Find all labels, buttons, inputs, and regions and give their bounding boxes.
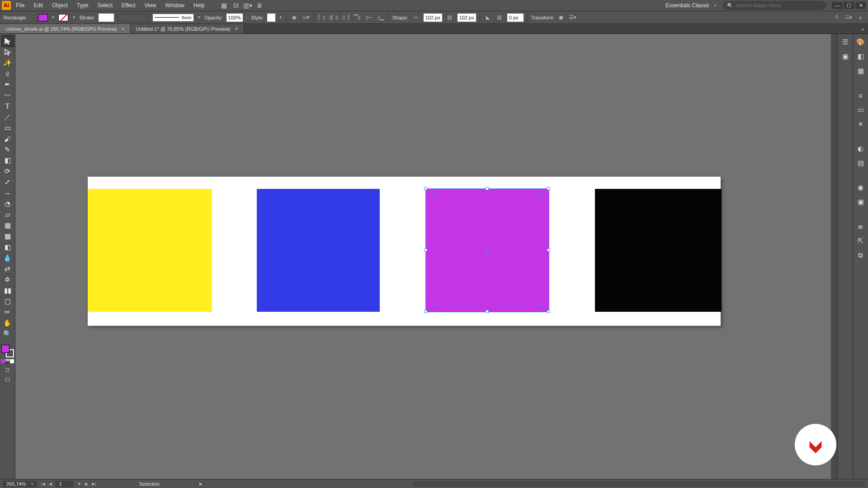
menu-select[interactable]: Select bbox=[94, 0, 117, 10]
tool-eyedropper[interactable]: 💧 bbox=[2, 253, 14, 263]
screen-mode-icon[interactable]: 🖵 bbox=[3, 376, 13, 383]
artboard-nav-caret[interactable]: ▼ bbox=[77, 482, 81, 486]
tool-rotate[interactable]: ⟳ bbox=[2, 166, 14, 177]
workspace-switcher[interactable]: Essentials Classic bbox=[661, 0, 722, 10]
corner-type-icon[interactable]: ◣ bbox=[484, 14, 492, 22]
tool-magic-wand[interactable]: ✨ bbox=[2, 57, 14, 68]
selection-handle[interactable] bbox=[547, 310, 550, 313]
tool-rectangle[interactable]: ▭ bbox=[2, 122, 14, 133]
opacity-field[interactable]: 100% bbox=[226, 14, 243, 22]
corner-widget[interactable] bbox=[431, 304, 434, 306]
shape-yellow-square[interactable] bbox=[88, 189, 212, 312]
menu-effect[interactable]: Effect bbox=[118, 0, 139, 10]
panel-appearance-icon[interactable]: ◉ bbox=[855, 182, 866, 193]
align-right-icon[interactable]: ▯▕ bbox=[341, 14, 349, 22]
panel-transparency-icon[interactable]: ◐ bbox=[855, 143, 866, 154]
panel-libraries-icon[interactable]: ▣ bbox=[840, 51, 851, 62]
artboard-prev-icon[interactable]: ◀ bbox=[49, 482, 52, 486]
panel-graphicstyles-icon[interactable]: ▣ bbox=[855, 197, 866, 207]
menu-window[interactable]: Window bbox=[161, 0, 189, 10]
link-wh-icon[interactable]: ⇿ bbox=[412, 14, 420, 22]
tool-symbol-sprayer[interactable]: ✲ bbox=[2, 274, 14, 285]
align-hcenter-icon[interactable]: ▯▏▯ bbox=[330, 14, 338, 22]
tool-pen[interactable]: ✒ bbox=[2, 79, 14, 90]
fill-stroke-indicator[interactable] bbox=[1, 345, 14, 357]
align-vcenter-icon[interactable]: ▯─ bbox=[365, 14, 373, 22]
stroke-color-swatch[interactable] bbox=[58, 14, 68, 21]
stroke-weight-field[interactable] bbox=[99, 14, 114, 22]
panel-stroke-icon[interactable]: ≡ bbox=[855, 90, 866, 101]
artboard-last-icon[interactable]: ▶| bbox=[92, 482, 96, 486]
status-menu-icon[interactable]: ▶ bbox=[199, 482, 203, 486]
color-mode-none[interactable] bbox=[10, 359, 14, 363]
menu-object[interactable]: Object bbox=[48, 0, 72, 10]
menu-file[interactable]: File bbox=[12, 0, 28, 10]
link-chain-icon[interactable]: ⛓ bbox=[446, 14, 454, 22]
tool-type[interactable]: T bbox=[2, 101, 14, 112]
color-mode-gradient[interactable] bbox=[5, 359, 9, 363]
tool-slice[interactable]: ✂ bbox=[2, 307, 14, 318]
corner-radius-field[interactable]: 0 px bbox=[507, 14, 524, 22]
artboard-first-icon[interactable]: |◀ bbox=[41, 482, 45, 486]
preferences-icon[interactable]: ☷▾ bbox=[844, 14, 853, 22]
tool-scale[interactable]: ⤢ bbox=[2, 177, 14, 188]
selection-handle[interactable] bbox=[424, 310, 427, 313]
selection-handle[interactable] bbox=[424, 187, 427, 190]
tool-curvature[interactable]: 〰 bbox=[2, 90, 14, 101]
tabstrip-collapse-icon[interactable]: » bbox=[858, 24, 868, 33]
menu-view[interactable]: View bbox=[141, 0, 160, 10]
tool-zoom[interactable]: 🔍 bbox=[2, 328, 14, 339]
align-left-icon[interactable]: ▏▯ bbox=[318, 14, 326, 22]
recolor-icon[interactable]: ◉ bbox=[290, 14, 298, 22]
selection-handle[interactable] bbox=[424, 249, 427, 252]
corner-widget[interactable] bbox=[541, 194, 543, 197]
panel-symbols-icon[interactable]: ☀ bbox=[855, 119, 866, 130]
tool-column-graph[interactable]: ▮▮ bbox=[2, 285, 14, 296]
panel-swatches-icon[interactable]: ▦ bbox=[855, 66, 866, 76]
horizontal-scrollbar[interactable] bbox=[413, 481, 865, 487]
corner-widget[interactable] bbox=[541, 304, 543, 306]
selection-center[interactable] bbox=[486, 249, 488, 251]
selection-handle[interactable] bbox=[486, 310, 489, 313]
tab-close-icon[interactable]: × bbox=[122, 26, 125, 32]
document-tab-active[interactable]: colores_dmstk.ai @ 265,74% (RGB/GPU Prev… bbox=[0, 24, 131, 33]
menu-edit[interactable]: Edit bbox=[29, 0, 47, 10]
vertical-scrollbar[interactable] bbox=[831, 34, 837, 479]
bridge-icon[interactable]: ▦ bbox=[219, 1, 230, 10]
panel-color-icon[interactable]: 🎨 bbox=[855, 37, 866, 47]
panel-colorguide-icon[interactable]: ◧ bbox=[855, 51, 866, 62]
menu-type[interactable]: Type bbox=[73, 0, 93, 10]
tool-direct-selection[interactable] bbox=[2, 47, 14, 57]
panel-properties-icon[interactable]: ☰ bbox=[840, 37, 851, 47]
tool-lasso[interactable]: 𝔏 bbox=[2, 68, 14, 79]
fill-color-swatch[interactable] bbox=[38, 14, 48, 21]
menu-help[interactable]: Help bbox=[189, 0, 209, 10]
arrange-docs-icon[interactable]: ▥▾ bbox=[242, 1, 253, 10]
panel-artboards-icon[interactable]: ⧉ bbox=[855, 250, 866, 261]
corner-link-icon[interactable]: ⛓ bbox=[495, 14, 504, 22]
tool-hand[interactable]: ✋ bbox=[2, 318, 14, 328]
tool-free-transform[interactable]: ▱ bbox=[2, 209, 14, 220]
minimize-button[interactable]: — bbox=[832, 2, 843, 9]
brush-definition[interactable]: Basic bbox=[153, 14, 193, 21]
tool-mesh[interactable]: ▩ bbox=[2, 231, 14, 242]
arrange-icon[interactable]: ☰▾ bbox=[569, 14, 577, 22]
fill-indicator[interactable] bbox=[1, 345, 9, 353]
gpu-icon[interactable]: 🖥 bbox=[254, 1, 265, 10]
tool-shape-builder[interactable]: ◔ bbox=[2, 198, 14, 209]
tool-perspective-grid[interactable]: ▦ bbox=[2, 220, 14, 231]
tool-line[interactable]: ／ bbox=[2, 112, 14, 122]
canvas[interactable] bbox=[15, 34, 837, 479]
stock-icon[interactable]: St bbox=[231, 1, 241, 10]
tab-close-icon[interactable]: × bbox=[235, 26, 238, 32]
tool-pencil[interactable]: ✎ bbox=[2, 144, 14, 155]
graphic-style-swatch[interactable] bbox=[267, 14, 275, 22]
maximize-button[interactable]: ☐ bbox=[844, 2, 854, 9]
vsp-field[interactable] bbox=[118, 14, 149, 22]
search-stock[interactable]: 🔍 bbox=[722, 1, 826, 10]
shape-black-square[interactable] bbox=[595, 189, 722, 312]
shape-width-field[interactable]: 102 px bbox=[424, 14, 442, 22]
panel-menu-icon[interactable]: ≡ bbox=[856, 14, 864, 22]
tool-eraser[interactable]: ◧ bbox=[2, 155, 14, 166]
draw-mode-icon[interactable]: ◻ bbox=[3, 366, 13, 373]
